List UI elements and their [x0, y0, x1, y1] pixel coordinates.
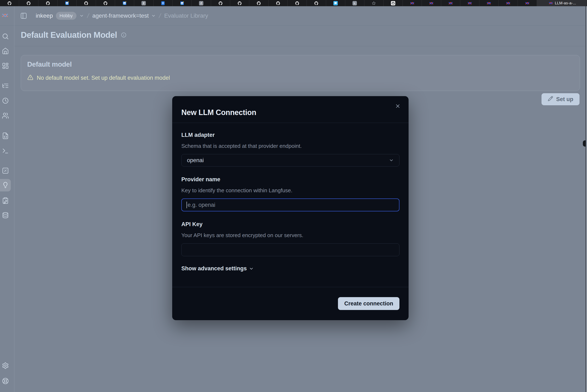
langfuse-favicon-icon — [506, 1, 510, 6]
info-icon[interactable] — [121, 32, 127, 38]
gcal-favicon-icon: 31 — [122, 1, 127, 6]
close-icon[interactable] — [395, 103, 401, 109]
llm-as-a-judge-icon — [2, 182, 9, 189]
z-favicon-icon: Z — [142, 1, 146, 6]
gcal-favicon-icon: 31 — [65, 1, 69, 6]
browser-tab[interactable] — [0, 0, 19, 6]
browser-tab[interactable]: L — [345, 0, 364, 6]
evaluation-icon — [2, 167, 9, 174]
sidebar-item-annotation[interactable] — [0, 194, 11, 207]
browser-tab[interactable]: Z — [134, 0, 153, 6]
modal-header: New LLM Connection — [172, 96, 409, 123]
github-favicon-icon — [26, 1, 31, 6]
breadcrumb: inkeep Hobby / agent-framework=test / Ev… — [20, 6, 208, 25]
browser-tab[interactable] — [211, 0, 230, 6]
home-icon — [2, 47, 9, 54]
page-title-row: Default Evaluation Model — [21, 30, 127, 40]
show-advanced-settings-toggle[interactable]: Show advanced settings — [181, 265, 399, 272]
breadcrumb-current-page: Evaluator Library — [164, 12, 208, 19]
api-key-input[interactable] — [181, 243, 399, 256]
warning-triangle-icon — [27, 74, 34, 82]
browser-tab[interactable] — [326, 0, 345, 6]
langfuse-favicon-icon — [525, 1, 529, 6]
svg-text:Z: Z — [200, 2, 202, 4]
divider — [14, 46, 585, 46]
sidebar-item-settings[interactable] — [0, 360, 11, 372]
llm-adapter-select[interactable]: openai — [181, 154, 399, 166]
browser-tab[interactable]: Z — [192, 0, 211, 6]
chevron-down-icon — [79, 14, 84, 18]
browser-tab[interactable] — [499, 0, 518, 6]
api-key-label: API Key — [181, 221, 399, 228]
llm-adapter-value: openai — [187, 157, 204, 164]
github-favicon-icon — [218, 1, 223, 6]
create-connection-button[interactable]: Create connection — [338, 297, 399, 310]
plan-badge: Hobby — [56, 12, 77, 20]
sidebar-item-search[interactable] — [0, 30, 11, 42]
github-favicon-icon — [46, 1, 50, 6]
browser-tab[interactable] — [269, 0, 288, 6]
sidebar-item-playground[interactable] — [0, 145, 11, 157]
github-favicon-icon — [103, 1, 108, 6]
new-llm-connection-modal: New LLM Connection LLM adapter Schema th… — [172, 96, 409, 320]
no-default-model-warning: No default model set. Set up default eva… — [27, 74, 170, 82]
sidebar-item-tracing[interactable] — [0, 80, 11, 92]
browser-tab[interactable]: 31 — [115, 0, 134, 6]
project-selector[interactable]: agent-framework=test — [92, 12, 156, 19]
browser-tab[interactable] — [288, 0, 307, 6]
browser-tab[interactable] — [230, 0, 249, 6]
modal-body: LLM adapter Schema that is accepted at t… — [172, 123, 409, 272]
langfuse-favicon-icon — [487, 1, 491, 6]
org-selector[interactable]: inkeep Hobby — [36, 12, 84, 20]
browser-tab[interactable] — [479, 0, 498, 6]
provider-name-description: Key to identify the connection within La… — [181, 187, 399, 194]
provider-name-input[interactable] — [181, 198, 399, 211]
langfuse-favicon-icon — [429, 1, 433, 6]
browser-tab[interactable] — [96, 0, 115, 6]
chat-favicon-icon — [333, 1, 338, 6]
sidebar-item-support[interactable] — [0, 375, 11, 387]
browser-tab[interactable]: 31 — [58, 0, 77, 6]
sidebar-item-prompts[interactable] — [0, 130, 11, 142]
browser-tab[interactable] — [19, 0, 38, 6]
warning-text: No default model set. Set up default eva… — [37, 75, 170, 81]
sidebar-item-users[interactable] — [0, 110, 11, 122]
browser-tab-active[interactable]: LLM-as-a-... — [537, 0, 587, 6]
star-favicon-icon — [372, 1, 376, 6]
browser-tab[interactable] — [154, 0, 173, 6]
svg-text:31: 31 — [66, 2, 68, 4]
chevron-down-icon — [389, 158, 394, 163]
github-favicon-icon — [276, 1, 280, 6]
browser-tab[interactable] — [403, 0, 422, 6]
browser-tab[interactable] — [518, 0, 537, 6]
github-favicon-icon — [295, 1, 299, 6]
sidebar-item-datasets[interactable] — [0, 209, 11, 222]
browser-tab[interactable] — [249, 0, 268, 6]
langfuse-favicon-icon — [549, 1, 553, 5]
browser-tab[interactable] — [460, 0, 479, 6]
sidebar-item-evaluation[interactable] — [0, 164, 11, 177]
browser-tab[interactable] — [384, 0, 403, 6]
browser-tab-strip: 3131Z31ZL LLM-as-a-... — [0, 0, 587, 6]
sidebar-item-dashboards[interactable] — [0, 60, 11, 72]
sidebar-item-sessions[interactable] — [0, 94, 11, 107]
scrollbar-gutter[interactable] — [585, 6, 587, 392]
settings-icon — [2, 362, 9, 369]
browser-tab[interactable]: 31 — [173, 0, 192, 6]
tracing-icon — [2, 82, 9, 89]
browser-tab[interactable] — [364, 0, 383, 6]
browser-tab[interactable] — [39, 0, 58, 6]
svg-text:31: 31 — [181, 2, 183, 4]
breadcrumb-separator: / — [86, 12, 90, 19]
pencil-icon — [548, 96, 553, 103]
sidebar-toggle-button[interactable] — [20, 12, 28, 20]
set-up-button[interactable]: Set up — [541, 93, 579, 105]
browser-tab[interactable] — [441, 0, 460, 6]
browser-tab[interactable] — [77, 0, 96, 6]
browser-tab[interactable] — [422, 0, 441, 6]
browser-tab[interactable] — [307, 0, 326, 6]
sidebar-item-home[interactable] — [0, 45, 11, 57]
sidebar-item-llm-as-a-judge[interactable] — [0, 179, 11, 192]
gcal-favicon-icon: 31 — [180, 1, 184, 6]
github-favicon-icon — [257, 1, 261, 6]
